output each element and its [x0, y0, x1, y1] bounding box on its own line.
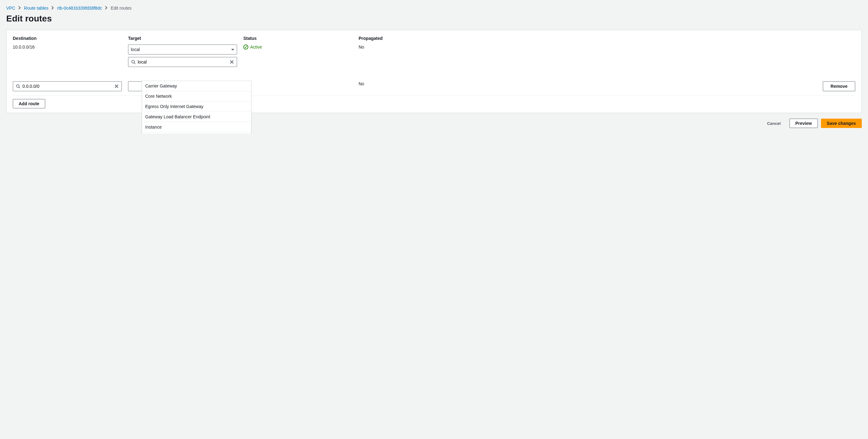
- check-circle-icon: [243, 44, 248, 49]
- dropdown-option[interactable]: Egress Only Internet Gateway: [142, 101, 251, 112]
- chevron-right-icon: [105, 6, 107, 10]
- clear-icon[interactable]: [229, 60, 234, 64]
- target-select[interactable]: local: [128, 44, 237, 55]
- status-badge: Active: [243, 44, 262, 49]
- dropdown-option[interactable]: Instance: [142, 122, 251, 132]
- col-header-status: Status: [243, 36, 359, 44]
- chevron-right-icon: [52, 6, 54, 10]
- propagated-value: No: [359, 44, 433, 67]
- destination-input-wrapper[interactable]: [13, 81, 122, 91]
- dropdown-option[interactable]: Carrier Gateway: [142, 81, 251, 91]
- svg-line-1: [134, 63, 135, 64]
- breadcrumb-link-rtb-id[interactable]: rtb-0c481b339fd38f8dc: [57, 6, 102, 10]
- search-icon: [16, 84, 21, 89]
- remove-route-button[interactable]: Remove: [823, 81, 855, 91]
- clear-icon[interactable]: [114, 84, 119, 89]
- col-header-actions: [433, 36, 855, 44]
- status-text: Active: [250, 44, 262, 49]
- dropdown-option[interactable]: Internet Gateway: [142, 132, 251, 134]
- breadcrumb-link-route-tables[interactable]: Route tables: [24, 6, 49, 10]
- target-select-value: local: [131, 47, 140, 52]
- routes-panel: Destination Target Status Propagated 10.…: [6, 30, 862, 113]
- chevron-right-icon: [19, 6, 21, 10]
- destination-input[interactable]: [21, 84, 114, 89]
- dropdown-option[interactable]: Gateway Load Balancer Endpoint: [142, 112, 251, 122]
- status-value: –: [243, 67, 359, 91]
- page-title: Edit routes: [6, 14, 862, 24]
- footer-actions: Cancel Preview Save changes: [6, 119, 862, 128]
- svg-point-2: [17, 85, 19, 88]
- cancel-button[interactable]: Cancel: [762, 119, 786, 128]
- col-header-target: Target: [128, 36, 243, 44]
- breadcrumb-link-vpc[interactable]: VPC: [6, 6, 15, 10]
- breadcrumb-current: Edit routes: [111, 6, 131, 10]
- search-icon: [131, 60, 136, 64]
- svg-line-3: [19, 87, 20, 89]
- target-dropdown: Carrier GatewayCore NetworkEgress Only I…: [142, 81, 251, 134]
- target-search[interactable]: [128, 57, 237, 67]
- target-search-input[interactable]: [136, 60, 229, 64]
- dropdown-option[interactable]: Core Network: [142, 91, 251, 101]
- add-route-button[interactable]: Add route: [13, 99, 45, 108]
- col-header-propagated: Propagated: [359, 36, 433, 44]
- propagated-value: No: [359, 67, 433, 91]
- breadcrumb: VPC Route tables rtb-0c481b339fd38f8dc E…: [6, 6, 862, 10]
- svg-point-0: [132, 60, 134, 63]
- preview-button[interactable]: Preview: [789, 119, 818, 128]
- route-destination: 10.0.0.0/16: [13, 44, 128, 67]
- chevron-down-icon: [231, 49, 234, 50]
- save-changes-button[interactable]: Save changes: [821, 119, 862, 128]
- col-header-destination: Destination: [13, 36, 128, 44]
